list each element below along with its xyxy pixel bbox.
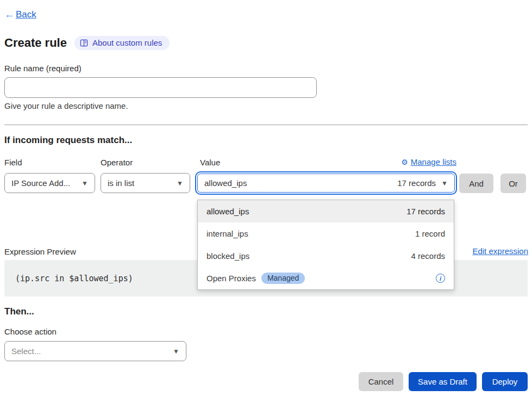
title-row: Create rule About custom rules — [4, 36, 170, 50]
about-custom-rules-link[interactable]: About custom rules — [74, 36, 170, 50]
rule-name-input[interactable] — [4, 77, 317, 98]
chevron-down-icon: ▼ — [82, 180, 88, 187]
action-select-placeholder: Select... — [11, 347, 41, 356]
book-icon — [80, 39, 88, 47]
list-item-name: blocked_ips — [206, 251, 249, 261]
list-item-meta: 4 records — [411, 251, 445, 261]
info-icon[interactable]: i — [436, 274, 445, 283]
list-item-blocked-ips[interactable]: blocked_ips 4 records — [198, 245, 454, 267]
manage-lists-label[interactable]: Manage lists — [411, 157, 456, 166]
rule-name-label: Rule name (required) — [4, 64, 82, 73]
operator-select[interactable]: is in list ▼ — [101, 173, 190, 193]
list-item-open-proxies[interactable]: Open Proxies Managed i — [198, 267, 454, 289]
value-select[interactable]: allowed_ips 17 records ▼ — [197, 174, 455, 193]
chevron-down-icon: ▼ — [173, 348, 179, 355]
gear-icon: ⚙ — [401, 158, 408, 166]
back-link[interactable]: ← Back — [4, 9, 36, 21]
edit-expression-link[interactable]: Edit expression — [472, 246, 528, 256]
operator-select-value: is in list — [108, 178, 134, 188]
managed-badge: Managed — [261, 273, 305, 284]
cancel-button[interactable]: Cancel — [359, 372, 403, 391]
deploy-button[interactable]: Deploy — [482, 372, 528, 391]
page-title: Create rule — [4, 36, 67, 50]
expression-preview-label: Expression Preview — [4, 247, 76, 256]
create-rule-page: ← Back Create rule About custom rules Ru… — [0, 0, 532, 402]
action-select[interactable]: Select... ▼ — [4, 341, 186, 361]
section-divider — [4, 125, 528, 125]
list-item-name: internal_ips — [206, 229, 248, 238]
list-item-internal-ips[interactable]: internal_ips 1 record — [198, 222, 454, 245]
list-item-name: allowed_ips — [206, 207, 249, 216]
about-pill-label: About custom rules — [92, 38, 162, 47]
back-link-label[interactable]: Back — [16, 9, 36, 20]
list-item-name: Open Proxies — [206, 274, 256, 283]
rule-name-helper-text: Give your rule a descriptive name. — [4, 101, 128, 110]
expression-code: (ip.src in $allowed_ips) — [15, 274, 133, 283]
value-select-focus-ring: allowed_ips 17 records ▼ — [195, 171, 457, 195]
field-select[interactable]: IP Source Add... ▼ — [4, 173, 95, 193]
value-column-label: Value — [200, 158, 220, 167]
list-item-meta: 1 record — [415, 229, 445, 238]
save-as-draft-button[interactable]: Save as Draft — [409, 372, 477, 391]
or-button[interactable]: Or — [500, 174, 526, 193]
operator-column-label: Operator — [101, 158, 133, 167]
list-dropdown-menu: allowed_ips 17 records internal_ips 1 re… — [197, 200, 454, 290]
choose-action-label: Choose action — [4, 327, 57, 336]
and-button[interactable]: And — [459, 174, 493, 193]
back-arrow-icon: ← — [4, 9, 15, 21]
match-section-heading: If incoming requests match... — [4, 135, 132, 146]
manage-lists-link[interactable]: ⚙ Manage lists — [401, 157, 456, 166]
chevron-down-icon: ▼ — [441, 180, 448, 187]
value-select-records: 17 records — [397, 178, 436, 188]
list-item-meta: 17 records — [406, 207, 445, 216]
field-column-label: Field — [4, 158, 22, 167]
field-select-value: IP Source Add... — [11, 178, 70, 188]
list-item-allowed-ips[interactable]: allowed_ips 17 records — [198, 200, 454, 222]
then-section-heading: Then... — [4, 306, 34, 317]
value-select-selected: allowed_ips — [204, 178, 247, 188]
chevron-down-icon: ▼ — [177, 180, 183, 187]
